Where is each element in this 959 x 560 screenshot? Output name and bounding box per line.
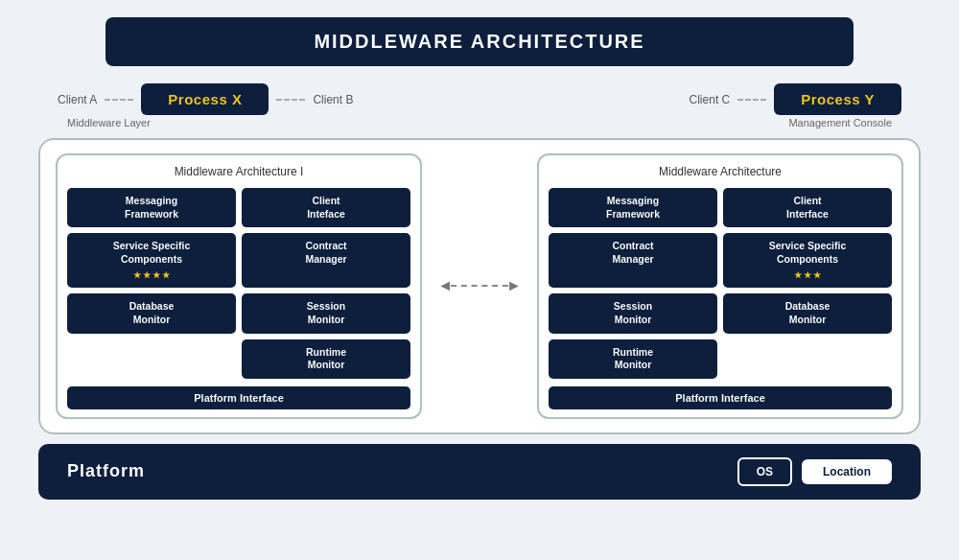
left-platform-interface: Platform Interface	[67, 386, 410, 409]
right-process-group: Client C Process Y	[690, 83, 901, 115]
right-components-grid: MessagingFramework ClientInterface Contr…	[549, 188, 892, 379]
process-y-badge: Process Y	[774, 83, 901, 115]
title-box: MIDDLEWARE ARCHITECTURE	[105, 17, 854, 66]
rstar2: ★	[804, 270, 811, 282]
right-mw-title: Middleware Architecture	[549, 165, 892, 178]
left-mw-title: Middleware Architecture I	[67, 165, 410, 178]
arrow-area: ◄ ►	[422, 153, 537, 419]
client-b-label: Client B	[313, 93, 353, 106]
main-container: MIDDLEWARE ARCHITECTURE Client A Process…	[0, 0, 959, 560]
main-title: MIDDLEWARE ARCHITECTURE	[314, 31, 644, 52]
process-row: Client A Process X Client B Client C Pro…	[58, 83, 901, 115]
right-stars: ★ ★ ★	[727, 270, 888, 282]
rstar3: ★	[813, 270, 821, 282]
left-service-specific: Service SpecificComponents ★ ★ ★ ★	[67, 233, 236, 288]
right-messaging-framework: MessagingFramework	[549, 188, 717, 227]
left-client-inteface: ClientInteface	[242, 188, 410, 227]
left-contract-manager: ContractManager	[242, 233, 410, 288]
client-a-label: Client A	[58, 93, 97, 106]
dashed-line-right	[276, 99, 305, 101]
arch-container: Middleware Architecture I MessagingFrame…	[38, 138, 921, 434]
dashed-line-left	[105, 99, 133, 101]
star1: ★	[133, 270, 141, 282]
left-runtime-monitor: RuntimeMonitor	[242, 339, 410, 379]
right-mw-block: Middleware Architecture MessagingFramewo…	[537, 153, 903, 419]
rstar1: ★	[794, 270, 802, 282]
sublabel-row: Middleware Layer Management Console	[58, 117, 901, 128]
os-tag: OS	[737, 457, 792, 486]
left-database-monitor: DatabaseMonitor	[67, 293, 236, 333]
star2: ★	[143, 270, 151, 282]
right-contract-manager: ContractManager	[549, 233, 717, 288]
double-arrow: ◄ ►	[437, 278, 522, 293]
star4: ★	[162, 270, 170, 282]
client-c-label: Client C	[690, 93, 731, 106]
platform-label: Platform	[67, 461, 145, 481]
left-mw-block: Middleware Architecture I MessagingFrame…	[56, 153, 422, 419]
arrow-line	[451, 285, 508, 287]
arrow-right-head: ►	[506, 278, 522, 293]
left-process-group: Client A Process X Client B	[58, 83, 353, 115]
left-empty	[67, 339, 236, 379]
left-messaging-framework: MessagingFramework	[67, 188, 236, 227]
right-session-monitor: SessionMonitor	[549, 293, 717, 333]
left-stars: ★ ★ ★ ★	[71, 270, 232, 282]
middleware-layer-label: Middleware Layer	[58, 117, 151, 128]
right-service-specific: Service SpecificComponents ★ ★ ★	[723, 233, 892, 288]
left-session-monitor: SessionMonitor	[242, 293, 410, 333]
management-console-label: Management Console	[788, 117, 901, 128]
bottom-platform: Platform OS Location	[38, 444, 921, 500]
right-empty	[723, 339, 892, 379]
right-platform-interface: Platform Interface	[549, 386, 892, 409]
right-runtime-monitor: RuntimeMonitor	[549, 339, 717, 379]
location-tag: Location	[802, 459, 892, 484]
process-x-badge: Process X	[141, 83, 269, 115]
right-database-monitor: DatabaseMonitor	[723, 293, 892, 333]
left-components-grid: MessagingFramework ClientInteface Servic…	[67, 188, 410, 379]
star3: ★	[152, 270, 160, 282]
right-client-interface: ClientInterface	[723, 188, 892, 227]
platform-right-group: OS Location	[737, 457, 892, 486]
dashed-line-right2	[737, 99, 766, 101]
